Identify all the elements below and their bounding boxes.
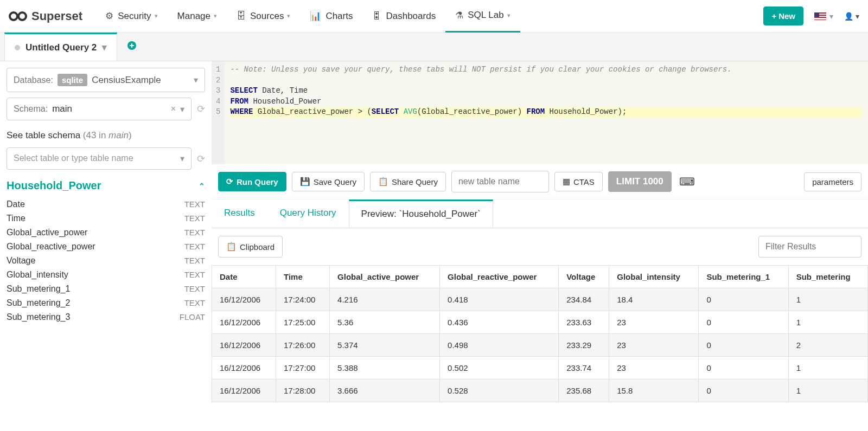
table-cell: 17:27:00 (276, 357, 330, 379)
share-query-label: Share Query (392, 177, 438, 186)
table-cell: 0 (699, 357, 788, 379)
table-selector[interactable]: Select table or type table name ▾ (7, 147, 192, 170)
column-type: FLOAT (180, 312, 205, 322)
svg-point-1 (18, 12, 26, 20)
column-header[interactable]: Global_reactive_power (440, 266, 559, 288)
table-cell: 16/12/2006 (212, 379, 276, 402)
user-menu[interactable]: 👤 ▾ (844, 12, 859, 21)
column-header[interactable]: Sub_metering_1 (699, 266, 788, 288)
refresh-schema-button[interactable]: ⟳ (197, 103, 205, 115)
column-type: TEXT (184, 298, 205, 308)
new-table-input[interactable] (451, 171, 549, 192)
table-cell: 23 (609, 357, 699, 379)
chevron-down-icon: ▾ (507, 12, 510, 19)
locale-selector[interactable]: ▾ (814, 12, 833, 21)
table-row: 16/12/200617:25:005.360.436233.632301 (212, 311, 868, 334)
table-cell: 233.74 (559, 357, 609, 379)
clipboard-button[interactable]: 📋 Clipboard (218, 236, 283, 258)
nav-manage[interactable]: Manage ▾ (168, 0, 227, 33)
column-name: Voltage (7, 256, 35, 266)
add-tab-button[interactable] (117, 41, 146, 53)
table-cell: 1 (788, 379, 867, 402)
column-row: Global_active_powerTEXT (7, 226, 205, 240)
chevron-up-icon: ⌃ (199, 182, 205, 190)
chevron-down-icon: ▾ (102, 42, 107, 53)
tab-history[interactable]: Query History (267, 200, 349, 228)
table-cell: 17:26:00 (276, 334, 330, 357)
table-cell: 0.418 (440, 288, 559, 311)
column-header[interactable]: Global_intensity (609, 266, 699, 288)
results-toolbar: 📋 Clipboard (212, 228, 868, 265)
column-header[interactable]: Sub_metering (788, 266, 867, 288)
table-cell: 5.388 (330, 357, 440, 379)
clear-icon[interactable]: × (171, 104, 176, 114)
limit-button[interactable]: LIMIT 1000 (608, 171, 672, 192)
user-icon: 👤 (844, 12, 853, 21)
column-header[interactable]: Date (212, 266, 276, 288)
chevron-down-icon: ▾ (194, 75, 198, 85)
nav-security-label: Security (118, 11, 151, 22)
share-query-button[interactable]: 📋 Share Query (370, 172, 446, 191)
brand[interactable]: Superset (9, 9, 82, 23)
results-table-wrapper[interactable]: DateTimeGlobal_active_powerGlobal_reacti… (212, 265, 868, 402)
table-cell: 0.528 (440, 379, 559, 402)
table-cell: 5.36 (330, 311, 440, 334)
column-type: TEXT (184, 242, 205, 252)
gear-icon: ⚙ (105, 10, 113, 22)
share-icon: 📋 (378, 177, 388, 186)
table-cell: 0.502 (440, 357, 559, 379)
table-cell: 0 (699, 379, 788, 402)
table-row: 16/12/200617:28:003.6660.528235.6815.801 (212, 379, 868, 402)
table-cell: 17:24:00 (276, 288, 330, 311)
column-name: Time (7, 214, 25, 223)
chart-icon: 📊 (310, 10, 321, 22)
keyboard-icon[interactable]: ⌨ (677, 173, 697, 190)
plus-icon: + (771, 11, 776, 21)
table-row: 16/12/200617:24:004.2160.418234.8418.401 (212, 288, 868, 311)
query-tab[interactable]: Untitled Query 2 ▾ (4, 33, 117, 61)
column-list: DateTEXTTimeTEXTGlobal_active_powerTEXTG… (7, 197, 205, 324)
filter-results-input[interactable] (758, 236, 861, 258)
see-table-schema: See table schema (43 in main) (7, 130, 205, 141)
chevron-down-icon: ▾ (287, 12, 290, 20)
tab-results[interactable]: Results (212, 200, 267, 228)
table-cell: 4.216 (330, 288, 440, 311)
column-type: TEXT (184, 256, 205, 266)
table-selector-placeholder: Select table or type table name (14, 153, 133, 164)
ctas-label: CTAS (573, 177, 595, 186)
column-type: TEXT (184, 228, 205, 237)
tab-preview[interactable]: Preview: `Household_Power` (349, 200, 493, 228)
parameters-button[interactable]: parameters (804, 172, 861, 191)
results-tabs: Results Query History Preview: `Househol… (212, 200, 868, 228)
table-cell: 1 (788, 288, 867, 311)
column-name: Global_reactive_power (7, 242, 95, 252)
nav-security[interactable]: ⚙ Security ▾ (95, 0, 167, 33)
column-row: Sub_metering_3FLOAT (7, 310, 205, 324)
sql-editor[interactable]: 12345 -- Note: Unless you save your quer… (212, 61, 868, 164)
nav-dashboards-label: Dashboards (386, 11, 436, 22)
nav-charts[interactable]: 📊 Charts (300, 0, 362, 33)
column-header[interactable]: Global_active_power (330, 266, 440, 288)
database-icon: 🗄 (237, 11, 246, 22)
database-label: Database: (14, 75, 53, 85)
column-header[interactable]: Voltage (559, 266, 609, 288)
nav-sources[interactable]: 🗄 Sources ▾ (227, 0, 300, 33)
nav-sqllab[interactable]: ⚗ SQL Lab ▾ (445, 0, 520, 33)
table-schema-header[interactable]: Household_Power ⌃ (7, 179, 205, 192)
ctas-button[interactable]: ▦ CTAS (554, 172, 603, 191)
save-query-button[interactable]: 💾 Save Query (292, 172, 365, 191)
clipboard-label: Clipboard (240, 242, 275, 252)
nav-dashboards[interactable]: 🎛 Dashboards (362, 0, 445, 33)
new-button[interactable]: + New (763, 7, 803, 25)
table-cell: 233.63 (559, 311, 609, 334)
column-header[interactable]: Time (276, 266, 330, 288)
schema-count-close: ) (129, 130, 132, 140)
nav-sqllab-label: SQL Lab (468, 10, 503, 21)
refresh-tables-button[interactable]: ⟳ (197, 153, 205, 165)
schema-selector[interactable]: Schema: main × ▾ (7, 98, 192, 120)
table-cell: 5.374 (330, 334, 440, 357)
database-selector[interactable]: Database: sqlite CensiusExample ▾ (7, 68, 205, 92)
run-query-button[interactable]: ⟳ Run Query (218, 172, 286, 191)
table-cell: 2 (788, 334, 867, 357)
chevron-down-icon: ▾ (180, 153, 184, 164)
